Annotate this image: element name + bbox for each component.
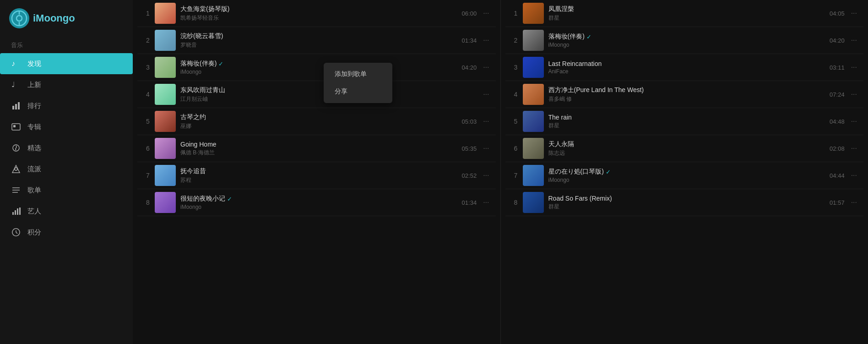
table-row[interactable]: 3 Last Reincarnation AniFace 03:11 ···	[505, 54, 864, 81]
svg-rect-10	[12, 124, 20, 130]
sidebar-item-discover[interactable]: ♪ 发现	[0, 53, 133, 74]
song-artist: 群星	[548, 203, 830, 211]
song-thumbnail	[155, 165, 176, 186]
more-button[interactable]: ···	[480, 7, 492, 19]
sidebar-item-genre[interactable]: 流派	[0, 158, 133, 180]
verified-badge: ✓	[218, 60, 223, 67]
row-number: 7	[141, 172, 155, 179]
row-number: 5	[509, 118, 523, 125]
table-row[interactable]: 8 很短的夜晚小记✓ iMoongo 01:34 ···	[137, 189, 496, 216]
song-title: 落梅妆(伴奏)✓	[548, 33, 830, 41]
table-row[interactable]: 5 古琴之约 巫娜 05:03 ···	[137, 108, 496, 135]
sidebar-item-label: 上新	[27, 81, 41, 89]
more-button[interactable]: ···	[480, 34, 492, 46]
row-number: 3	[509, 64, 523, 71]
table-row[interactable]: 2 浣纱(晓云暮雪) 罗晓音 01:34 ···	[137, 27, 496, 54]
context-menu: 添加到歌单 分享	[324, 63, 392, 103]
song-duration: 02:52	[462, 172, 477, 179]
song-thumbnail	[155, 192, 176, 213]
song-artist: 群星	[548, 122, 830, 130]
logo-area: iMoongo	[0, 0, 133, 37]
table-row[interactable]: 7 抚今追昔 苏程 02:52 ···	[137, 162, 496, 189]
more-button[interactable]: ···	[848, 88, 860, 100]
table-row[interactable]: 4 西方净土(Pure Land In The West) 喜多嶋 修 07:2…	[505, 81, 864, 108]
verified-badge: ✓	[586, 33, 591, 40]
song-duration: 02:08	[830, 145, 845, 152]
sidebar-item-rank[interactable]: 排行	[0, 95, 133, 116]
row-number: 4	[509, 91, 523, 98]
more-button[interactable]: ···	[848, 115, 860, 127]
song-title: 天人永隔	[548, 140, 830, 148]
points-icon	[11, 227, 21, 237]
more-button[interactable]: ···	[480, 142, 492, 154]
sidebar-item-playlist[interactable]: 歌单	[0, 180, 133, 201]
more-button[interactable]: ···	[480, 197, 492, 208]
more-button[interactable]: ···	[848, 34, 860, 46]
context-menu-share[interactable]: 分享	[324, 83, 392, 100]
row-number: 1	[141, 10, 155, 17]
verified-badge: ✓	[227, 196, 232, 202]
logo-text: iMoongo	[33, 12, 75, 24]
more-button[interactable]: ···	[480, 61, 492, 73]
song-info: 落梅妆(伴奏)✓ iMoongo	[180, 60, 462, 75]
song-info: The rain 群星	[548, 114, 830, 130]
song-info: Last Reincarnation AniFace	[548, 60, 830, 75]
sidebar-item-featured[interactable]: 精选	[0, 137, 133, 158]
song-thumbnail	[523, 192, 544, 213]
song-info: 抚今追昔 苏程	[180, 167, 462, 184]
song-info: 西方净土(Pure Land In The West) 喜多嶋 修	[548, 86, 830, 103]
sidebar-item-label: 发现	[27, 60, 41, 68]
more-button[interactable]: ···	[848, 197, 860, 208]
sidebar-item-label: 积分	[27, 228, 41, 237]
main-content: 1 大鱼海棠(扬琴版) 凯希扬琴轻音乐 06:00 ··· 2 浣纱(晓云暮雪)…	[133, 0, 868, 344]
svg-rect-19	[15, 210, 16, 215]
table-row[interactable]: 1 大鱼海棠(扬琴版) 凯希扬琴轻音乐 06:00 ···	[137, 0, 496, 27]
song-thumbnail	[155, 57, 176, 78]
svg-rect-21	[19, 207, 21, 215]
song-artist: iMoongo	[548, 42, 830, 48]
song-title: 凤凰涅槃	[548, 5, 830, 13]
table-row[interactable]: 3 落梅妆(伴奏)✓ iMoongo 04:20 ··· 添加到歌单 分享	[137, 54, 496, 81]
more-button[interactable]: ···	[480, 169, 492, 181]
song-artist: 陈志远	[548, 149, 830, 157]
verified-badge: ✓	[606, 169, 611, 175]
song-title: Going Home	[180, 141, 462, 148]
table-row[interactable]: 6 Going Home 佩德 B·海德兰 05:35 ···	[137, 135, 496, 162]
more-button[interactable]: ···	[848, 7, 860, 19]
song-duration: 01:57	[830, 199, 845, 206]
context-menu-add-to-playlist[interactable]: 添加到歌单	[324, 66, 392, 83]
svg-text:♪: ♪	[11, 60, 15, 67]
more-button[interactable]: ···	[480, 115, 492, 127]
sidebar-item-label: 歌单	[27, 186, 41, 195]
table-row[interactable]: 7 星の在り処(口琴版)✓ iMoongo 04:44 ···	[505, 162, 864, 189]
table-row[interactable]: 4 东风吹雨过青山 江月别云岫 ···	[137, 81, 496, 108]
table-row[interactable]: 8 Road So Fars (Remix) 群星 01:57 ···	[505, 189, 864, 216]
song-duration: 01:34	[462, 37, 477, 44]
table-row[interactable]: 6 天人永隔 陈志远 02:08 ···	[505, 135, 864, 162]
song-thumbnail	[155, 84, 176, 105]
song-info: 凤凰涅槃 群星	[548, 5, 830, 22]
sidebar-item-artist[interactable]: 艺人	[0, 201, 133, 222]
table-row[interactable]: 2 落梅妆(伴奏)✓ iMoongo 04:20 ···	[505, 27, 864, 54]
music-section-label: 音乐	[0, 37, 133, 53]
sidebar-item-album[interactable]: 专辑	[0, 116, 133, 137]
sidebar-item-label: 艺人	[27, 207, 41, 216]
row-number: 3	[141, 64, 155, 71]
new-icon: ♩	[11, 80, 21, 90]
table-row[interactable]: 5 The rain 群星 04:48 ···	[505, 108, 864, 135]
table-row[interactable]: 1 凤凰涅槃 群星 04:05 ···	[505, 0, 864, 27]
song-info: 古琴之约 巫娜	[180, 113, 462, 130]
more-button[interactable]: ···	[848, 169, 860, 181]
more-button[interactable]: ···	[848, 61, 860, 73]
song-info: 很短的夜晚小记✓ iMoongo	[180, 195, 462, 210]
song-duration: 04:44	[830, 172, 845, 179]
row-number: 6	[141, 145, 155, 152]
row-number: 1	[509, 10, 523, 17]
sidebar-item-new[interactable]: ♩ 上新	[0, 74, 133, 95]
song-duration: 01:34	[462, 199, 477, 206]
more-button[interactable]: ···	[480, 88, 492, 100]
sidebar-item-points[interactable]: 积分	[0, 222, 133, 243]
more-button[interactable]: ···	[848, 142, 860, 154]
song-title: 大鱼海棠(扬琴版)	[180, 5, 462, 13]
song-artist: 喜多嶋 修	[548, 95, 830, 103]
